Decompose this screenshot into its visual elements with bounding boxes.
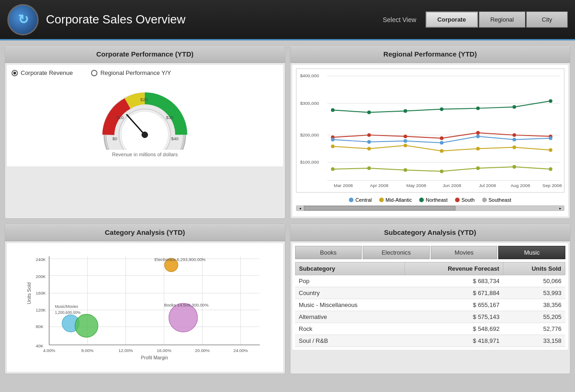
table-row: Pop $ 683,734 50,066 <box>295 275 565 287</box>
svg-text:16.00%: 16.00% <box>157 348 171 353</box>
legend-label-central: Central <box>355 197 371 203</box>
legend-label-south: South <box>461 197 475 203</box>
svg-text:24.00%: 24.00% <box>233 348 248 353</box>
scrollbar-right-arrow[interactable]: ▸ <box>557 206 564 210</box>
legend-southeast: Southeast <box>482 197 512 203</box>
svg-point-48 <box>331 145 335 148</box>
svg-text:$300,000: $300,000 <box>300 101 319 106</box>
cell-units: 38,356 <box>503 299 565 311</box>
regional-chart-svg: $400,000 $300,000 $200,000 $100,000 Mar … <box>296 68 565 193</box>
chart-legend: Central Mid-Atlantic Northeast South Sou… <box>296 194 565 203</box>
svg-text:Apr 2008: Apr 2008 <box>370 183 388 188</box>
svg-text:$10: $10 <box>116 115 124 120</box>
svg-text:4.00%: 4.00% <box>43 348 56 353</box>
table-row: Country $ 671,884 53,993 <box>295 287 565 299</box>
svg-text:$0: $0 <box>113 136 117 141</box>
cell-revenue: $ 548,692 <box>405 323 503 335</box>
view-btn-regional[interactable]: Regional <box>479 11 525 28</box>
view-btn-corporate[interactable]: Corporate <box>426 11 478 28</box>
subcategory-analysis-panel: Subcategory Analysis (YTD) Books Electro… <box>290 223 571 374</box>
legend-dot-south <box>455 198 460 202</box>
legend-dot-midatlantic <box>379 198 384 202</box>
svg-text:80K: 80K <box>36 324 44 329</box>
svg-point-52 <box>476 147 479 151</box>
svg-text:Sep 2008: Sep 2008 <box>542 183 562 188</box>
svg-point-57 <box>404 168 407 172</box>
bubble-books <box>169 303 198 332</box>
cell-subcategory: Pop <box>295 275 405 287</box>
legend-northeast: Northeast <box>419 197 448 203</box>
legend-dot-southeast <box>482 198 487 202</box>
subcategory-analysis-body: Books Electronics Movies Music Subcatego… <box>292 243 569 350</box>
svg-point-56 <box>367 166 371 170</box>
svg-point-58 <box>439 170 443 173</box>
svg-point-27 <box>331 108 335 112</box>
svg-text:$30: $30 <box>166 115 174 120</box>
svg-point-39 <box>512 133 516 137</box>
legend-midatlantic: Mid-Atlantic <box>379 197 412 203</box>
regional-performance-title: Regional Performance (YTD) <box>290 45 570 63</box>
view-btn-city[interactable]: City <box>526 11 568 28</box>
legend-south: South <box>455 197 475 203</box>
svg-point-60 <box>512 165 516 169</box>
svg-text:200K: 200K <box>36 274 46 279</box>
svg-text:40K: 40K <box>36 344 44 348</box>
table-header-row: Subcategory Revenue Forecast Units Sold <box>295 262 565 275</box>
svg-point-35 <box>367 133 371 137</box>
subcategory-tabs: Books Electronics Movies Music <box>295 246 566 259</box>
logo-arrow-icon: ↻ <box>18 12 28 27</box>
svg-point-59 <box>476 166 479 170</box>
svg-point-33 <box>548 99 552 103</box>
tab-music[interactable]: Music <box>498 246 565 259</box>
cell-subcategory: Soul / R&B <box>295 335 405 347</box>
radio-label-corporate: Corporate Revenue <box>21 69 73 76</box>
radio-regional-performance[interactable]: Regional Performance Y/Y <box>91 69 171 76</box>
svg-text:1,200,600.00%: 1,200,600.00% <box>55 310 81 315</box>
cell-units: 50,066 <box>503 275 565 287</box>
cell-revenue: $ 671,884 <box>405 287 503 299</box>
svg-text:Units Sold: Units Sold <box>27 282 32 304</box>
svg-point-31 <box>476 107 479 110</box>
tab-books[interactable]: Books <box>295 246 362 259</box>
svg-point-54 <box>548 148 552 152</box>
subcategory-analysis-title: Subcategory Analysis (YTD) <box>290 224 570 241</box>
svg-text:8.00%: 8.00% <box>81 348 94 353</box>
tab-movies[interactable]: Movies <box>431 246 498 259</box>
radio-corporate-revenue[interactable]: Corporate Revenue <box>11 69 73 76</box>
tab-electronics[interactable]: Electronics <box>363 246 430 259</box>
cell-units: 52,776 <box>503 323 565 335</box>
col-header-revenue: Revenue Forecast <box>405 262 503 275</box>
cell-revenue: $ 575,143 <box>405 311 503 323</box>
svg-text:Books 14,509,300.00%: Books 14,509,300.00% <box>164 303 209 307</box>
scrollbar-thumb[interactable] <box>304 206 455 210</box>
radio-circle-regional <box>91 70 97 76</box>
category-chart-svg: Units Sold 40K 80K 120K 160K 200K 240K <box>11 247 279 362</box>
view-buttons: Corporate Regional City <box>426 11 568 28</box>
svg-text:Music/Movies: Music/Movies <box>55 304 78 309</box>
svg-point-43 <box>404 139 407 143</box>
svg-point-36 <box>404 135 407 138</box>
corp-performance-panel: Corporate Performance (YTD) Corporate Re… <box>5 45 285 219</box>
svg-point-38 <box>476 131 479 135</box>
chart-scrollbar[interactable]: ◂ ▸ <box>296 205 565 211</box>
svg-point-45 <box>476 135 479 138</box>
svg-text:120K: 120K <box>36 308 46 312</box>
scrollbar-left-arrow[interactable]: ◂ <box>296 206 304 210</box>
radio-label-regional: Regional Performance Y/Y <box>100 69 171 76</box>
cell-revenue: $ 683,734 <box>405 275 503 287</box>
svg-text:Aug 2008: Aug 2008 <box>511 183 530 188</box>
svg-text:$100,000: $100,000 <box>300 159 319 165</box>
gauge-note: Revenue in millions of dollars <box>112 152 178 157</box>
svg-text:Jun 2008: Jun 2008 <box>442 183 461 188</box>
cell-units: 55,205 <box>503 311 565 323</box>
header: ↻ Corporate Sales Overview Select View C… <box>0 0 575 40</box>
select-view-label: Select View <box>383 16 416 23</box>
regional-performance-panel: Regional Performance (YTD) $400,000 $300… <box>290 45 571 219</box>
gauge-svg: $0 $10 $20 $30 $40 <box>94 85 195 150</box>
cell-revenue: $ 418,971 <box>405 335 503 347</box>
svg-point-50 <box>404 144 407 148</box>
legend-dot-northeast <box>419 198 424 202</box>
radio-options: Corporate Revenue Regional Performance Y… <box>11 69 279 76</box>
svg-point-61 <box>548 167 552 171</box>
svg-text:240K: 240K <box>36 257 46 262</box>
